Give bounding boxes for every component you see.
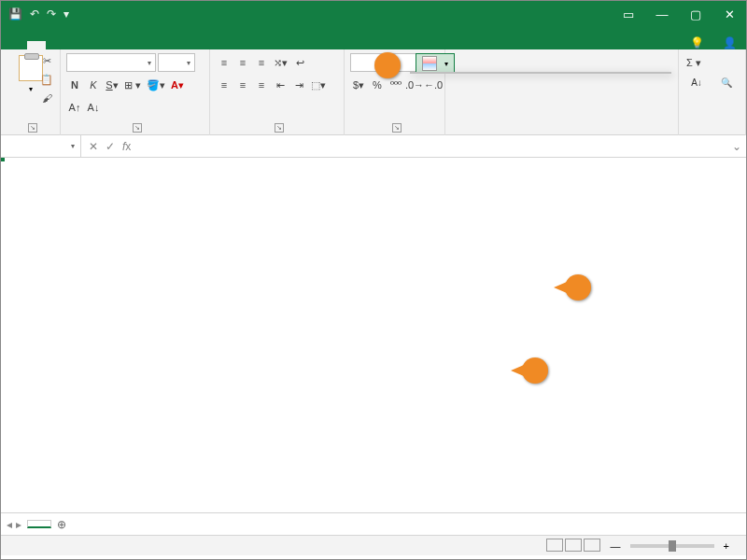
- clipboard-dialog-icon[interactable]: ↘: [28, 123, 37, 133]
- fill-color-button[interactable]: 🪣▾: [145, 76, 167, 94]
- italic-button[interactable]: K: [85, 76, 102, 94]
- formula-bar: ▾ ✕ ✓ fx ⌄: [1, 135, 746, 158]
- currency-icon[interactable]: $▾: [350, 76, 367, 94]
- callout-1: [522, 357, 548, 384]
- align-bottom-icon[interactable]: ≡: [253, 53, 270, 72]
- align-right-icon[interactable]: ≡: [253, 76, 270, 94]
- underline-button[interactable]: S ▾: [104, 76, 120, 94]
- align-center-icon[interactable]: ≡: [234, 76, 251, 94]
- autosum-icon[interactable]: Σ ▾: [684, 53, 703, 72]
- fx-icon[interactable]: fx: [122, 140, 131, 153]
- cut-icon[interactable]: ✂: [38, 53, 55, 68]
- callout-3: [565, 274, 591, 301]
- zoom-slider[interactable]: [630, 544, 714, 548]
- tab-inicio[interactable]: [27, 41, 46, 49]
- zoom-out-icon[interactable]: —: [611, 540, 621, 552]
- conditional-format-button[interactable]: ▾: [416, 53, 455, 74]
- shrink-font-icon[interactable]: A↓: [85, 98, 102, 117]
- align-dialog-icon[interactable]: ↘: [275, 123, 284, 133]
- title-bar: 💾 ↶ ↷ ▾ ▭ — ▢ ✕: [1, 1, 746, 27]
- indent-inc-icon[interactable]: ⇥: [290, 76, 307, 94]
- worksheet-grid[interactable]: [1, 158, 746, 512]
- align-middle-icon[interactable]: ≡: [234, 53, 251, 72]
- sort-filter-button[interactable]: A↓: [684, 76, 709, 98]
- sheet-nav-next[interactable]: ▸: [16, 518, 21, 531]
- conditional-format-icon: [422, 56, 437, 71]
- undo-icon[interactable]: ↶: [30, 7, 39, 21]
- conditional-format-menu: [410, 72, 671, 74]
- grow-font-icon[interactable]: A↑: [66, 98, 83, 117]
- zoom-in-icon[interactable]: +: [724, 540, 729, 552]
- copy-icon[interactable]: 📋: [38, 72, 55, 87]
- ribbon: ▾ ✂ 📋 🖌 ↘ ▾ ▾ N K S ▾ ⊞ ▾ 🪣▾ A▾ A↑ A↓ ↘ …: [1, 49, 746, 135]
- save-icon[interactable]: 💾: [8, 7, 22, 21]
- font-size-combo[interactable]: ▾: [158, 53, 195, 72]
- cancel-icon[interactable]: ✕: [89, 140, 98, 153]
- tell-me[interactable]: 💡: [690, 36, 704, 49]
- wrap-text-icon[interactable]: ↩: [291, 53, 308, 72]
- maximize-button[interactable]: ▢: [679, 1, 712, 27]
- percent-icon[interactable]: %: [369, 76, 386, 94]
- callout-2: [374, 52, 401, 78]
- sheet-tabs: ◂▸ ⊕: [1, 512, 746, 535]
- tab-insertar[interactable]: [46, 41, 64, 49]
- dec-decimal-icon[interactable]: ←.0: [425, 76, 442, 94]
- indent-dec-icon[interactable]: ⇤: [272, 76, 289, 94]
- border-button[interactable]: ⊞ ▾: [122, 76, 143, 94]
- status-bar: — +: [1, 535, 746, 555]
- format-painter-icon[interactable]: 🖌: [38, 91, 55, 105]
- bold-button[interactable]: N: [66, 76, 83, 94]
- share-button[interactable]: 👤: [723, 36, 737, 49]
- tab-formulas[interactable]: [83, 41, 102, 49]
- align-left-icon[interactable]: ≡: [216, 76, 233, 94]
- find-select-button[interactable]: 🔍: [714, 76, 739, 98]
- view-buttons[interactable]: [545, 539, 601, 553]
- expand-formula-icon[interactable]: ⌄: [727, 140, 746, 153]
- sheet-tab-active[interactable]: [27, 520, 51, 528]
- number-dialog-icon[interactable]: ↘: [392, 123, 402, 133]
- name-box[interactable]: ▾: [1, 135, 81, 157]
- tab-diseno[interactable]: [64, 41, 83, 49]
- inc-decimal-icon[interactable]: .0→: [406, 76, 423, 94]
- add-sheet-button[interactable]: ⊕: [51, 518, 72, 531]
- enter-icon[interactable]: ✓: [106, 140, 115, 153]
- ribbon-tabs: 💡 👤: [1, 27, 746, 49]
- merge-icon[interactable]: ⬚▾: [309, 76, 328, 94]
- tab-revisar[interactable]: [120, 41, 139, 49]
- font-color-button[interactable]: A▾: [169, 76, 186, 94]
- ribbon-options-icon[interactable]: ▭: [612, 1, 645, 27]
- sheet-nav-prev[interactable]: ◂: [7, 518, 12, 531]
- tab-vista[interactable]: [139, 41, 158, 49]
- tab-datos[interactable]: [102, 41, 120, 49]
- font-name-combo[interactable]: ▾: [66, 53, 156, 72]
- align-top-icon[interactable]: ≡: [216, 53, 233, 72]
- font-dialog-icon[interactable]: ↘: [133, 123, 142, 133]
- minimize-button[interactable]: —: [645, 1, 679, 27]
- redo-icon[interactable]: ↷: [47, 7, 56, 21]
- orientation-icon[interactable]: ⤭▾: [272, 53, 289, 72]
- comma-icon[interactable]: ººº: [388, 76, 404, 94]
- tab-archivo[interactable]: [8, 41, 27, 49]
- close-button[interactable]: ✕: [712, 1, 746, 27]
- qat-more-icon[interactable]: ▾: [63, 7, 69, 21]
